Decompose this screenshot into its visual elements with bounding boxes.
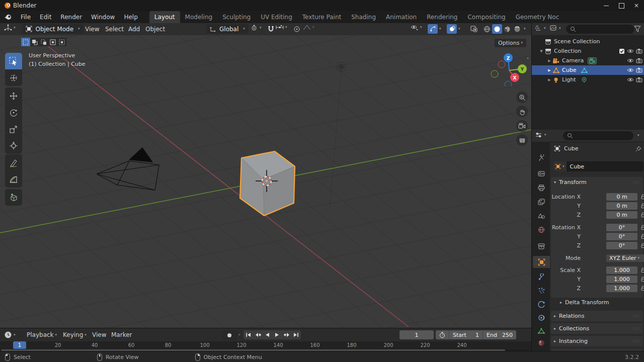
properties-search-input[interactable] (563, 131, 633, 140)
overlays-toggle[interactable]: ▾ (447, 24, 460, 34)
tool-scale[interactable] (5, 121, 22, 137)
disable-render-camera-icon[interactable] (636, 77, 642, 82)
options-button[interactable]: Options▾ (495, 39, 526, 47)
timeline-ruler[interactable]: 20 40 60 80 100 120 140 160 180 200 220 … (0, 341, 531, 349)
tool-transform[interactable] (5, 137, 22, 154)
outliner-row-collection[interactable]: ▼ Collection (532, 46, 644, 56)
breadcrumb-object-name[interactable]: Cube (564, 145, 578, 152)
lock-icon[interactable] (640, 286, 644, 291)
delta-transform-subpanel[interactable]: ▸ Delta Transform (560, 299, 609, 306)
start-frame-field[interactable]: Start 1 (449, 330, 482, 339)
tab-particles-icon[interactable] (533, 285, 550, 297)
lock-icon[interactable] (640, 194, 644, 200)
shading-rendered-icon[interactable] (512, 24, 522, 34)
next-keyframe-icon[interactable] (282, 330, 291, 339)
select-mode-intersect-icon[interactable] (57, 38, 66, 46)
workspace-tab-shading[interactable]: Shading (346, 11, 381, 23)
gizmos-toggle[interactable]: ▾ (428, 24, 441, 34)
hide-eye-icon[interactable] (627, 48, 634, 54)
location-x-field[interactable]: 0 m (606, 193, 637, 201)
xray-toggle[interactable] (469, 24, 479, 34)
hide-eye-icon[interactable] (627, 67, 634, 73)
lock-icon[interactable] (640, 277, 644, 282)
expand-caret-icon[interactable]: ▶ (547, 78, 552, 82)
cube-object[interactable] (240, 151, 295, 216)
relations-panel[interactable]: ▸Relations∷∷ (551, 311, 643, 321)
orthographic-toggle-icon[interactable] (516, 134, 528, 146)
disable-render-camera-icon[interactable] (636, 67, 642, 73)
exclude-checkbox[interactable] (619, 48, 625, 54)
tab-output-icon[interactable] (533, 182, 550, 194)
workspace-tab-uv-editing[interactable]: UV Editing (256, 11, 297, 23)
gizmo-minus-x[interactable] (498, 61, 505, 68)
workspace-tab-texture-paint[interactable]: Texture Paint (297, 11, 346, 23)
tab-modifiers-icon[interactable] (533, 271, 550, 283)
instancing-panel[interactable]: ▸Instancing∷∷ (551, 336, 643, 346)
scale-z-field[interactable]: 1.000 (606, 285, 637, 292)
shading-material-icon[interactable] (502, 24, 512, 34)
jump-to-end-icon[interactable] (291, 330, 301, 339)
editor-type-timeline[interactable]: ▾ (4, 331, 16, 339)
snap-toggle-magnet-icon[interactable] (266, 24, 276, 34)
shading-solid-icon[interactable] (492, 24, 502, 34)
blender-menu-icon[interactable] (0, 14, 16, 20)
close-button[interactable]: × (629, 1, 644, 11)
proportional-editing-icon[interactable] (292, 24, 302, 34)
outliner-row-light[interactable]: ▶ Light (532, 75, 644, 84)
mode-selector[interactable]: Object Mode ▾ (22, 24, 84, 34)
workspace-tab-animation[interactable]: Animation (381, 11, 422, 23)
navigation-gizmo[interactable]: Z Y X (484, 49, 531, 86)
shading-wireframe-icon[interactable] (482, 24, 492, 34)
play-icon[interactable] (272, 330, 282, 339)
rotation-x-field[interactable]: 0° (606, 224, 637, 231)
editor-type-outliner[interactable]: ▾ (535, 25, 546, 32)
pin-icon[interactable] (635, 146, 641, 152)
panel-grip-icon[interactable]: ∷∷ (633, 180, 640, 185)
tool-cursor[interactable] (5, 69, 22, 86)
lock-icon[interactable] (640, 267, 644, 273)
transform-panel-header[interactable]: ▾ Transform ∷∷ (551, 177, 643, 188)
menu-object[interactable]: Object (141, 23, 170, 35)
menu-keying[interactable]: Keying▾ (58, 328, 91, 341)
tool-measure[interactable] (5, 171, 22, 188)
outliner-display-mode[interactable]: ▾ (550, 25, 561, 32)
tab-constraints-icon[interactable] (533, 312, 550, 324)
scale-y-field[interactable]: 1.000 (606, 276, 637, 283)
tab-object-icon[interactable] (533, 256, 550, 268)
light-data-icon[interactable] (581, 77, 587, 83)
viewport-3d[interactable]: Options▾ User Perspective (1) Collection… (0, 35, 531, 328)
workspace-tab-geometry-nodes[interactable]: Geometry Noc (511, 11, 560, 23)
workspace-tab-layout[interactable]: Layout (149, 11, 180, 23)
tool-rotate[interactable] (5, 104, 22, 121)
proportional-falloff-selector[interactable]: ▾ (303, 24, 314, 31)
lock-icon[interactable] (640, 203, 644, 209)
lock-icon[interactable] (640, 243, 644, 248)
object-id-icon[interactable]: ▾ (553, 161, 567, 171)
tab-object-data-icon[interactable] (533, 325, 550, 337)
menu-file[interactable]: File (16, 11, 35, 23)
hide-eye-icon[interactable] (627, 58, 634, 63)
snap-target-selector[interactable]: ▾ (276, 24, 287, 31)
tab-render-icon[interactable] (533, 167, 550, 179)
rotation-y-field[interactable]: 0° (606, 233, 637, 240)
location-y-field[interactable]: 0 m (606, 202, 637, 210)
tool-move[interactable] (5, 87, 22, 104)
panel-grip-icon[interactable]: ∷∷ (633, 314, 640, 319)
gizmo-minus-y[interactable] (491, 70, 498, 77)
workspace-tab-sculpting[interactable]: Sculpting (217, 11, 256, 23)
lock-icon[interactable] (640, 212, 644, 218)
tab-collection-icon[interactable] (533, 240, 550, 252)
jump-to-start-icon[interactable] (244, 330, 253, 339)
tab-view-layer-icon[interactable] (533, 196, 550, 208)
panel-grip-icon[interactable]: ∷∷ (633, 339, 640, 344)
outliner-row-cube[interactable]: ▶ Cube (532, 65, 644, 75)
tab-physics-icon[interactable] (533, 298, 550, 310)
outliner-row-camera[interactable]: ▶ Camera (532, 56, 644, 65)
playhead[interactable]: 1 (13, 341, 26, 349)
expand-caret-icon[interactable]: ▶ (547, 68, 552, 72)
show-object-types-selector[interactable]: ▾ (411, 24, 422, 31)
menu-marker[interactable]: Marker (107, 328, 136, 341)
previous-keyframe-icon[interactable] (253, 330, 263, 339)
object-name-field[interactable]: ▾ Cube (553, 161, 643, 171)
menu-window[interactable]: Window (87, 11, 119, 23)
